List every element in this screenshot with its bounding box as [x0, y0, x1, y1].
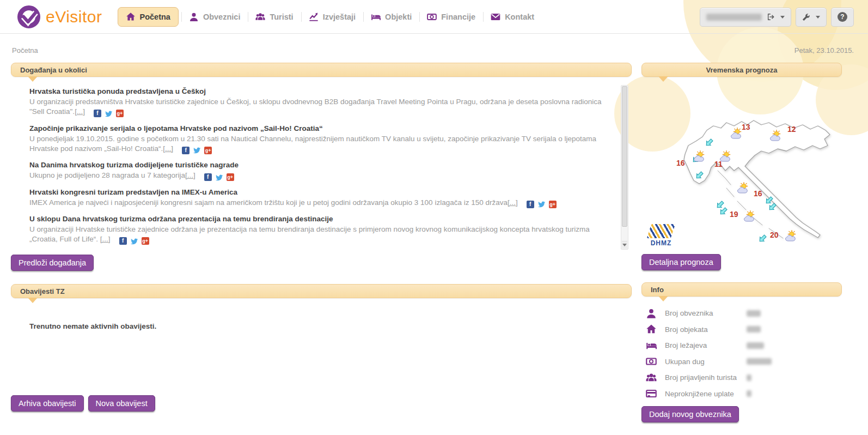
current-date: Petak, 23.10.2015. [794, 46, 854, 55]
news-item-title[interactable]: Na Danima hrvatskog turizma dodijeljene … [29, 161, 608, 169]
temperature-label: 13 [742, 123, 750, 131]
twitter-icon[interactable] [193, 146, 201, 154]
dhmz-logo: DHMZ [649, 224, 673, 247]
logout-icon [767, 13, 775, 21]
info-row-icon [646, 372, 657, 383]
googleplus-icon[interactable]: g+ [227, 173, 234, 181]
news-item-title[interactable]: U sklopu Dana hrvatskog turizma održana … [29, 215, 608, 223]
social-share-icons: fg+ [94, 110, 124, 118]
chevron-down-icon [780, 16, 785, 19]
nav-item-label: Izvještaji [323, 13, 356, 21]
panel-pointer [658, 76, 668, 82]
dashboard: Događanja u okolici Hrvatska turistička … [0, 63, 868, 422]
googleplus-icon[interactable]: g+ [142, 237, 149, 245]
info-rows: Broj obveznika Broj objekata Broj ležaje… [641, 305, 842, 402]
dhmz-logo-text: DHMZ [651, 239, 672, 247]
facebook-icon[interactable]: f [204, 173, 212, 181]
read-more-link[interactable]: [...] [100, 235, 111, 243]
twitter-icon[interactable] [130, 237, 138, 245]
info-row-value-redacted [747, 390, 751, 397]
read-more-link[interactable]: [...] [508, 198, 518, 207]
suggest-events-button[interactable]: Predloži događanja [11, 255, 94, 271]
news-item-body: U ponedjeljak 19.10.2015. godine s počet… [29, 134, 608, 155]
notices-actions: Arhiva obavijesti Nova obavijest [11, 395, 632, 412]
info-row-icon [646, 356, 657, 367]
nav-item[interactable]: Obveznici [181, 8, 248, 26]
nav-item-icon [255, 12, 265, 22]
news-item: Hrvatska turistička ponuda predstavljena… [29, 87, 608, 118]
info-row-icon [646, 388, 657, 399]
breadcrumb-row: Početna Petak, 23.10.2015. [0, 34, 868, 63]
facebook-icon[interactable]: f [527, 201, 534, 208]
nav-item-icon [371, 12, 381, 22]
news-item: U sklopu Dana hrvatskog turizma održana … [29, 215, 608, 245]
events-list: Hrvatska turistička ponuda predstavljena… [11, 84, 632, 245]
twitter-icon[interactable] [537, 200, 546, 208]
temperature-label: 20 [770, 231, 779, 239]
facebook-icon[interactable]: f [182, 147, 190, 154]
events-scrollbar[interactable] [621, 85, 628, 250]
social-share-icons: fg+ [119, 237, 149, 245]
nav-item[interactable]: Kontakt [483, 8, 542, 26]
help-button[interactable]: ? [831, 8, 854, 27]
app-title: eVisitor [46, 8, 102, 26]
user-menu-button[interactable] [700, 8, 791, 27]
scrollbar-down-button[interactable] [622, 241, 627, 249]
sun-cloud-icon [784, 229, 800, 241]
news-item: Započinje prikazivanje serijala o ljepot… [29, 124, 608, 155]
social-share-icons: fg+ [527, 200, 557, 208]
notices-panel-header: Obavijesti TZ [11, 284, 632, 298]
events-actions: Predloži događanja [11, 255, 632, 271]
right-column: Vremenska prognoza [641, 63, 842, 422]
main-nav: Početna Obveznici Turisti Izvještaji Obj… [118, 7, 542, 27]
sun-cloud-icon [736, 182, 753, 194]
nav-item[interactable]: Objekti [363, 8, 419, 26]
read-more-link[interactable]: [...] [185, 171, 195, 179]
nav-item[interactable]: Početna [118, 7, 179, 27]
info-row-value-redacted [747, 310, 761, 317]
top-navigation-bar: eVisitor Početna Obveznici Turisti Izvje… [0, 0, 868, 34]
settings-menu-button[interactable] [796, 8, 827, 27]
nav-item[interactable]: Izvještaji [301, 8, 363, 26]
detailed-forecast-button[interactable]: Detaljna prognoza [641, 254, 721, 270]
news-item-body: IMEX America je najveći i najposjećeniji… [29, 198, 608, 209]
info-row-label: Broj ležajeva [665, 341, 741, 349]
nav-item[interactable]: Turisti [248, 8, 301, 26]
info-row-label: Broj prijavljenih turista [665, 373, 741, 382]
info-row: Broj obveznika [641, 305, 842, 322]
left-column: Događanja u okolici Hrvatska turistička … [11, 63, 632, 422]
nav-item-label: Početna [140, 13, 170, 21]
news-item-title[interactable]: Hrvatska turistička ponuda predstavljena… [29, 87, 608, 95]
read-more-link[interactable]: [...] [163, 144, 173, 153]
read-more-link[interactable]: [...] [75, 107, 85, 116]
temperature-label: 12 [787, 125, 796, 134]
notices-archive-button[interactable]: Arhiva obavijesti [11, 395, 84, 412]
scrollbar-thumb[interactable] [622, 86, 627, 227]
info-panel-title: Info [651, 286, 664, 294]
sun-cloud-icon [769, 129, 785, 141]
nav-item-label: Turisti [270, 13, 293, 21]
info-row-label: Neproknjižene uplate [665, 390, 741, 398]
facebook-icon[interactable]: f [119, 237, 127, 245]
facebook-icon[interactable]: f [94, 110, 101, 117]
info-row: Broj prijavljenih turista [641, 370, 842, 386]
temperature-label: 19 [730, 210, 738, 219]
googleplus-icon[interactable]: g+ [549, 201, 557, 208]
twitter-icon[interactable] [105, 110, 113, 118]
wrench-icon [802, 13, 811, 21]
news-item: Hrvatski kongresni turizam predstavljen … [29, 188, 608, 209]
nav-item[interactable]: Financije [419, 8, 483, 26]
info-actions: Dodaj novog obveznika [641, 406, 842, 422]
twitter-icon[interactable] [215, 173, 223, 182]
news-item-title[interactable]: Započinje prikazivanje serijala o ljepot… [29, 124, 608, 132]
info-row-value-redacted [747, 374, 751, 381]
googleplus-icon[interactable]: g+ [204, 147, 212, 154]
new-notice-button[interactable]: Nova obavijest [88, 395, 155, 412]
app-logo[interactable]: eVisitor [16, 4, 102, 29]
events-panel-title: Događanja u okolici [20, 66, 87, 74]
add-obligor-button[interactable]: Dodaj novog obveznika [641, 406, 739, 422]
breadcrumb: Početna [12, 46, 38, 55]
googleplus-icon[interactable]: g+ [116, 110, 124, 117]
sun-cloud-icon [743, 210, 759, 222]
news-item-title[interactable]: Hrvatski kongresni turizam predstavljen … [29, 188, 608, 196]
